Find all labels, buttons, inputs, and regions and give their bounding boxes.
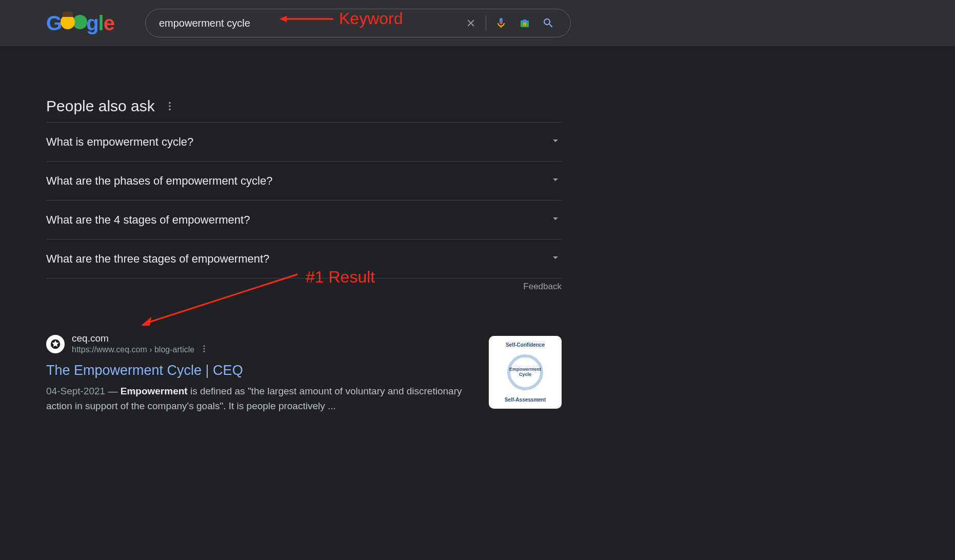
paa-item[interactable]: What are the 4 stages of empowerment? [46,201,562,239]
search-input[interactable] [156,17,459,29]
svg-point-2 [169,102,171,104]
paa-item[interactable]: What are the three stages of empowerment… [46,239,562,278]
paa-question: What are the 4 stages of empowerment? [46,213,250,227]
paa-question: What are the three stages of empowerment… [46,252,269,266]
result-thumbnail[interactable]: Self-Confidence Empowerment Cycle Self-A… [489,336,562,409]
paa-question: What are the phases of empowerment cycle… [46,174,272,188]
paa-item[interactable]: What is empowerment cycle? [46,123,562,162]
image-search-icon[interactable] [518,16,531,30]
search-icon[interactable] [542,16,555,30]
chevron-down-icon [549,134,562,150]
chevron-down-icon [549,251,562,267]
paa-question: What is empowerment cycle? [46,135,193,149]
result-site-name: ceq.com [72,333,209,344]
google-logo[interactable]: G gle [46,12,114,35]
chevron-down-icon [549,173,562,189]
clear-icon[interactable] [464,16,477,30]
feedback-link[interactable]: Feedback [46,282,562,292]
svg-point-3 [169,105,171,107]
people-also-ask-list: What is empowerment cycle? What are the … [46,122,562,278]
result-url: https://www.ceq.com › blog-article [72,345,194,354]
result-snippet: 04-Sept-2021 — Empowerment is defined as… [46,384,479,414]
chevron-down-icon [549,212,562,228]
search-bar [145,9,571,37]
result-favicon [46,335,65,353]
svg-point-8 [204,351,205,352]
result-title-link[interactable]: The Empowerment Cycle | CEQ [46,363,479,378]
svg-point-6 [204,345,205,347]
result-more-icon[interactable] [200,344,209,355]
svg-point-4 [169,109,171,111]
paa-item[interactable]: What are the phases of empowerment cycle… [46,162,562,201]
paa-more-icon[interactable] [164,101,175,112]
svg-point-7 [204,348,205,350]
voice-search-icon[interactable] [494,16,508,30]
search-result: ceq.com https://www.ceq.com › blog-artic… [46,333,562,414]
people-also-ask-title: People also ask [46,97,155,115]
svg-point-1 [524,24,526,25]
